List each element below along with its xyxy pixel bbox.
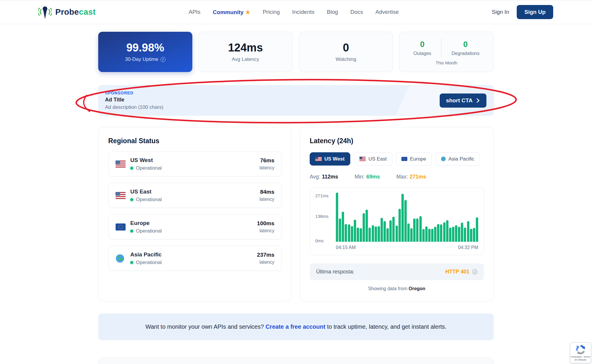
region-latency-caption: latency [257,260,274,265]
latency-bar [363,213,365,242]
nav-item-incidents[interactable]: Incidents [292,9,314,15]
latency-bar [431,229,433,242]
latency-bar [443,222,446,242]
degradations-value: 0 [463,40,468,49]
region-latency-caption: latency [257,228,274,233]
region-row-us-east[interactable]: US East Operational 84ms latency [108,183,282,208]
create-account-link[interactable]: Create a free account [266,323,325,330]
region-status: Operational [130,197,162,203]
latency-bar [440,224,442,242]
latency-bar [419,216,422,242]
us-flag-icon [359,157,366,161]
sponsored-ad-card[interactable]: SPONSORED Ad Title Ad description (100 c… [98,85,494,116]
latency-bar [368,228,371,242]
outages-value: 0 [420,40,425,49]
latency-panel-title: Latency (24h) [310,137,484,145]
brand-logo[interactable]: Probecast [38,4,96,20]
sign-in-link[interactable]: Sign In [492,9,509,15]
nav-item-docs[interactable]: Docs [350,9,363,15]
last-response-label: Última resposta: [316,269,354,275]
avg-latency-label: Avg Latency [232,56,259,62]
latency-bar [345,224,347,242]
signup-cta-banner: Want to monitor your own APIs and servic… [98,313,494,340]
latency-bar [381,218,383,242]
recaptcha-terms[interactable]: Privacidade - Termos de Utilização [570,355,591,361]
http-status-badge: HTTP 401 [445,269,469,275]
uptime-value: 99.98% [126,41,164,54]
main-nav: APIs Community★ Pricing Incidents Blog D… [189,9,398,16]
latency-bar [428,229,431,242]
uptime-label: 30-Day Uptimei [125,56,165,62]
region-latency-value: 100ms [257,220,274,227]
region-name: Europe [130,220,162,226]
latency-avg: Avg:112ms [310,174,338,180]
region-latency-caption: latency [259,197,274,202]
cta-text-after: to track uptime, latency, and get instan… [327,323,447,330]
avg-latency-card: 124ms Avg Latency [198,32,293,72]
tab-us-west[interactable]: US West [310,152,350,166]
latency-bar [336,193,338,242]
region-name: US West [130,157,162,163]
latency-bar [348,224,350,242]
latency-bars [336,193,478,242]
outages-label: Outages [413,51,431,56]
y-tick: 0ms [315,238,323,243]
latency-max: Max:271ms [396,174,426,180]
latency-bar [351,226,353,242]
latency-bar [396,226,398,242]
source-location: Oregon [408,286,425,291]
latency-bar [378,226,380,242]
regional-status-panel: Regional Status US West Operational 76ms… [98,127,292,301]
info-icon[interactable]: i [161,57,166,62]
regional-status-title: Regional Status [108,137,282,145]
ad-cta-button[interactable]: short CTA [440,93,486,108]
latency-bar [375,226,377,242]
nav-item-apis[interactable]: APIs [189,9,200,15]
eu-flag-icon [401,157,407,161]
broadcast-antenna-icon [38,4,52,20]
info-icon[interactable]: i [472,269,477,274]
us-flag-icon [315,157,322,161]
nav-item-community[interactable]: Community★ [213,9,251,16]
region-name: US East [130,188,162,195]
latency-bar [360,228,362,242]
degradations-label: Degradations [451,51,479,56]
globe-icon [116,254,126,263]
latency-bar [398,209,401,242]
x-tick-end: 04:32 PM [458,245,478,250]
region-row-europe[interactable]: Europe Operational 100ms latency [108,214,282,239]
latency-bar [404,200,407,242]
nav-item-pricing[interactable]: Pricing [263,9,280,15]
latency-bar [407,223,410,242]
globe-icon [441,156,446,161]
chevron-right-icon [476,98,480,103]
region-row-asia-pacific[interactable]: Asia Pacific Operational 237ms latency [108,246,282,271]
latency-bar [389,220,392,242]
stats-row: 99.98% 30-Day Uptimei 124ms Avg Latency … [98,32,494,72]
latency-bar [366,210,368,242]
latency-bar [452,227,454,242]
recaptcha-logo-icon [575,345,586,355]
ad-description: Ad description (100 chars) [105,104,163,110]
region-latency-value: 237ms [257,252,274,258]
main-content: 99.98% 30-Day Uptimei 124ms Avg Latency … [98,32,494,364]
month-summary-card: 0 Outages 0 Degradations This Month [399,32,494,72]
uptime-card: 99.98% 30-Day Uptimei [98,32,192,72]
latency-bar [446,220,448,242]
latency-bar [354,220,356,242]
tab-us-east[interactable]: US East [354,152,392,166]
nav-item-advertise[interactable]: Advertise [376,9,399,15]
star-icon: ★ [245,9,250,15]
sign-up-button[interactable]: Sign Up [517,5,553,19]
latency-bar [386,228,389,242]
recent-incidents-panel: Recent Incidents [98,358,494,364]
nav-item-blog[interactable]: Blog [327,9,338,15]
tab-europe[interactable]: Europe [396,152,432,166]
tab-asia-pacific[interactable]: Asia Pacific [435,152,480,166]
chart-x-axis: 04:15 AM 04:32 PM [336,242,478,252]
latency-bar [473,228,475,242]
auth-actions: Sign In Sign Up [492,5,553,19]
region-row-us-west[interactable]: US West Operational 76ms latency [108,151,282,176]
recaptcha-badge[interactable]: Privacidade - Termos de Utilização [570,343,591,363]
top-navigation-bar: Probecast APIs Community★ Pricing Incide… [0,0,592,24]
